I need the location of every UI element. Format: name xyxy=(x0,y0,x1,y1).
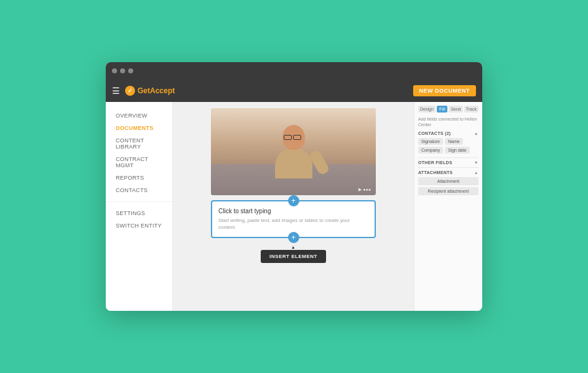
contacts-section-title: CONTACTS (2) ▲ xyxy=(418,131,478,136)
sidebar-item-contacts[interactable]: CONTACTS xyxy=(106,184,172,196)
browser-dot-2 xyxy=(120,68,125,73)
right-panel-tabs: Design Fill Send Track xyxy=(418,106,478,113)
sidebar-item-overview[interactable]: OVERVIEW xyxy=(106,109,172,122)
logo: ✓ GetAccept xyxy=(125,86,175,96)
sidebar-item-contract-mgmt[interactable]: CONTRACT MGMT xyxy=(106,153,172,172)
field-tag-signature[interactable]: Signature xyxy=(418,138,443,145)
contact-field-tags: Signature Name Company Sign date xyxy=(418,138,478,154)
person-head xyxy=(282,125,305,150)
video-person xyxy=(211,108,376,195)
sidebar-item-settings[interactable]: SETTINGS xyxy=(106,207,172,219)
video-controls: ▶ ●●● xyxy=(358,187,371,192)
app-container: ☰ ✓ GetAccept NEW DOCUMENT OVERVIEW DOCU… xyxy=(106,80,482,311)
editor-placeholder-title: Click to start typing xyxy=(218,208,368,214)
glass-lens-right xyxy=(293,135,301,140)
new-document-button[interactable]: NEW DOCUMENT xyxy=(413,85,477,96)
field-tag-company[interactable]: Company xyxy=(418,147,443,154)
video-placeholder: ▶ ●●● xyxy=(211,108,376,195)
sidebar-item-content-library[interactable]: CONTENT LIBRARY xyxy=(106,134,172,153)
person-figure xyxy=(275,125,312,178)
hamburger-icon[interactable]: ☰ xyxy=(112,86,120,96)
browser-window: ☰ ✓ GetAccept NEW DOCUMENT OVERVIEW DOCU… xyxy=(106,62,482,311)
insert-element-button[interactable]: INSERT ELEMENT xyxy=(261,250,326,263)
section-divider-2 xyxy=(418,167,478,168)
attachments-section-title: ATTACHMENTS ▲ xyxy=(418,170,478,175)
section-divider-1 xyxy=(418,157,478,158)
sidebar-divider xyxy=(106,201,172,202)
person-glasses xyxy=(284,135,304,140)
field-tag-sign-date[interactable]: Sign date xyxy=(445,147,470,154)
content-area: ▶ ●●● + Click to start typing Start writ… xyxy=(173,102,414,311)
glass-lens-left xyxy=(284,135,292,140)
attachments-chevron-icon: ▲ xyxy=(474,170,478,175)
tab-send[interactable]: Send xyxy=(449,106,462,113)
other-fields-section-title: OTHER FIELDS ▼ xyxy=(418,160,478,165)
top-nav-left: ☰ ✓ GetAccept xyxy=(112,86,175,96)
tab-fill[interactable]: Fill xyxy=(437,106,448,113)
top-nav: ☰ ✓ GetAccept NEW DOCUMENT xyxy=(106,80,482,102)
person-body xyxy=(275,147,312,178)
right-panel: Design Fill Send Track Add fields connec… xyxy=(414,102,482,311)
text-editor[interactable]: + Click to start typing Start writing, p… xyxy=(211,200,376,238)
editor-placeholder-text: Start writing, paste text, add images or… xyxy=(218,217,368,231)
logo-icon: ✓ xyxy=(125,86,135,96)
browser-chrome xyxy=(106,62,482,80)
recipient-attachment-button[interactable]: Recipient attachment xyxy=(418,187,478,195)
sidebar-item-reports[interactable]: REPORTS xyxy=(106,172,172,184)
logo-text: GetAccept xyxy=(138,86,175,95)
tab-design[interactable]: Design xyxy=(418,106,436,113)
main-layout: OVERVIEW DOCUMENTS CONTENT LIBRARY CONTR… xyxy=(106,102,482,311)
editor-plus-bottom-icon[interactable]: + xyxy=(288,232,299,243)
browser-dot-1 xyxy=(112,68,117,73)
sidebar: OVERVIEW DOCUMENTS CONTENT LIBRARY CONTR… xyxy=(106,102,173,311)
browser-dot-3 xyxy=(128,68,133,73)
sidebar-item-switch-entity[interactable]: SWITCH ENTITY xyxy=(106,219,172,232)
field-tag-name[interactable]: Name xyxy=(445,138,463,145)
other-fields-chevron-icon: ▼ xyxy=(474,160,478,165)
contacts-chevron-icon: ▲ xyxy=(474,131,478,136)
insert-btn-wrapper: INSERT ELEMENT xyxy=(261,249,326,263)
tab-track[interactable]: Track xyxy=(464,106,478,113)
editor-plus-top-icon[interactable]: + xyxy=(288,195,299,206)
attachment-button[interactable]: Attachment xyxy=(418,177,478,185)
right-help-text: Add fields connected to Helion Center xyxy=(418,116,478,127)
sidebar-item-documents[interactable]: DOCUMENTS xyxy=(106,122,172,134)
